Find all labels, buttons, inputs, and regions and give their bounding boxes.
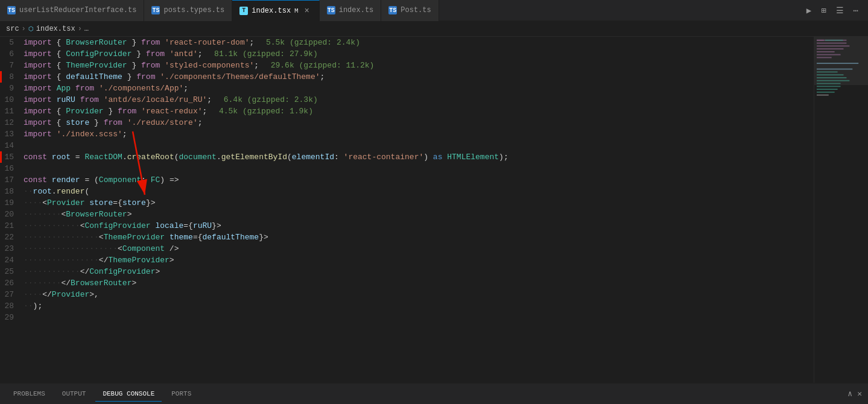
tab-close-button[interactable]: × bbox=[302, 6, 312, 16]
line-content: ············</ConfigProvider> bbox=[24, 266, 804, 277]
line-content: import App from './components/App'; bbox=[24, 83, 804, 94]
table-row: 13import './index.scss'; bbox=[0, 128, 804, 140]
line-content: import { ThemeProvider } from 'styled-co… bbox=[24, 60, 804, 71]
tab-post-ts[interactable]: TS Post.ts bbox=[381, 0, 439, 21]
svg-rect-9 bbox=[817, 54, 841, 55]
tab-label: userListReducerInterface.ts bbox=[19, 6, 136, 14]
line-content: ················<ThemeProvider theme={de… bbox=[24, 232, 804, 243]
line-number: 27 bbox=[2, 289, 24, 300]
table-row: 9import App from './components/App'; bbox=[0, 83, 804, 94]
line-content: const root = ReactDOM.createRoot(documen… bbox=[24, 151, 804, 163]
minimap[interactable] bbox=[814, 37, 868, 383]
minimap-content bbox=[814, 37, 868, 383]
line-content: ····················<Component /> bbox=[24, 243, 804, 254]
layout-button[interactable]: ☰ bbox=[834, 4, 846, 17]
line-content bbox=[24, 163, 804, 174]
panel-close-button[interactable]: ✕ bbox=[857, 389, 862, 399]
panel-tabs: PROBLEMS OUTPUT DEBUG CONSOLE PORTS ∧ ✕ bbox=[0, 383, 868, 404]
line-number: 6 bbox=[2, 48, 24, 60]
svg-rect-12 bbox=[817, 69, 852, 70]
tab-actions: ▶ ⊞ ☰ ⋯ bbox=[797, 4, 868, 17]
ts-icon: TS bbox=[327, 6, 335, 14]
svg-rect-20 bbox=[817, 92, 835, 93]
line-number: 19 bbox=[2, 197, 24, 209]
svg-rect-4 bbox=[825, 40, 843, 41]
panel-tab-problems[interactable]: PROBLEMS bbox=[6, 387, 52, 402]
table-row: 7import { ThemeProvider } from 'styled-c… bbox=[0, 60, 804, 71]
breadcrumb-sep2: › bbox=[78, 25, 82, 33]
svg-rect-7 bbox=[817, 48, 844, 49]
tab-index-tsx[interactable]: T index.tsx M × bbox=[232, 0, 319, 21]
line-number: 16 bbox=[2, 163, 24, 174]
line-content: ··); bbox=[24, 300, 804, 312]
line-content: ····</Provider>, bbox=[24, 289, 804, 300]
tsx-icon: T bbox=[239, 7, 248, 15]
line-number: 29 bbox=[2, 312, 24, 323]
panel-tab-debug-console[interactable]: DEBUG CONSOLE bbox=[95, 387, 162, 402]
line-content: ··root.render( bbox=[24, 186, 804, 197]
line-number: 13 bbox=[2, 128, 24, 140]
line-number: 23 bbox=[2, 243, 24, 254]
table-row: 19····<Provider store={store}> bbox=[0, 197, 804, 209]
line-number: 9 bbox=[2, 83, 24, 94]
svg-rect-15 bbox=[817, 77, 846, 78]
line-content: ············<ConfigProvider locale={ruRU… bbox=[24, 220, 804, 232]
tab-userListReducerInterface[interactable]: TS userListReducerInterface.ts bbox=[0, 0, 144, 21]
line-number: 24 bbox=[2, 254, 24, 266]
svg-rect-11 bbox=[817, 63, 858, 64]
line-content bbox=[24, 140, 804, 151]
ts-icon: TS bbox=[7, 6, 16, 14]
panel-tab-ports[interactable]: PORTS bbox=[164, 387, 198, 402]
breadcrumb-src: src bbox=[6, 25, 19, 33]
more-button[interactable]: ⋯ bbox=[851, 4, 861, 17]
table-row: 8import { defaultTheme } from './compone… bbox=[0, 71, 804, 83]
line-number: 22 bbox=[2, 232, 24, 243]
table-row: 22················<ThemeProvider theme={… bbox=[0, 232, 804, 243]
split-editor-button[interactable]: ⊞ bbox=[819, 4, 828, 17]
code-container: 5import { BrowserRouter } from 'react-ro… bbox=[0, 37, 868, 383]
table-row: 15const root = ReactDOM.createRoot(docum… bbox=[0, 151, 804, 163]
table-row: 29 bbox=[0, 312, 804, 323]
tab-posts-types[interactable]: TS posts.types.ts bbox=[144, 0, 232, 21]
line-number: 7 bbox=[2, 60, 24, 71]
ts-icon: TS bbox=[388, 6, 397, 14]
panel-chevron-up[interactable]: ∧ bbox=[847, 389, 852, 399]
line-number: 5 bbox=[2, 37, 24, 48]
table-row: 17const render = (Component: FC) => bbox=[0, 174, 804, 186]
ts-icon: TS bbox=[151, 6, 160, 14]
line-number: 26 bbox=[2, 277, 24, 289]
breadcrumb-ellipsis: … bbox=[84, 25, 89, 33]
breadcrumb-sep: › bbox=[22, 25, 26, 33]
table-row: 16 bbox=[0, 163, 804, 174]
svg-rect-19 bbox=[817, 89, 838, 90]
tab-bar: TS userListReducerInterface.ts TS posts.… bbox=[0, 0, 868, 21]
code-editor[interactable]: 5import { BrowserRouter } from 'react-ro… bbox=[0, 37, 814, 383]
line-content: import { defaultTheme } from './componen… bbox=[24, 71, 804, 83]
panel-tab-actions: ∧ ✕ bbox=[847, 389, 862, 399]
table-row: 26········</BrowserRouter> bbox=[0, 277, 804, 289]
table-row: 5import { BrowserRouter } from 'react-ro… bbox=[0, 37, 804, 48]
tab-label: Post.ts bbox=[401, 6, 431, 14]
line-number: 17 bbox=[2, 174, 24, 186]
svg-rect-8 bbox=[817, 51, 835, 52]
table-row: 20········<BrowserRouter> bbox=[0, 209, 804, 220]
run-button[interactable]: ▶ bbox=[804, 4, 814, 17]
breadcrumb: src › ⬡ index.tsx › … bbox=[0, 21, 868, 37]
svg-rect-17 bbox=[817, 83, 841, 84]
table-row: 18··root.render( bbox=[0, 186, 804, 197]
line-number: 20 bbox=[2, 209, 24, 220]
line-content: const render = (Component: FC) => bbox=[24, 174, 804, 186]
line-content: import './index.scss'; bbox=[24, 128, 804, 140]
line-number: 28 bbox=[2, 300, 24, 312]
svg-rect-21 bbox=[817, 95, 829, 96]
panel-tab-output[interactable]: OUTPUT bbox=[55, 387, 93, 402]
line-content: ········<BrowserRouter> bbox=[24, 209, 804, 220]
table-row: 11import { Provider } from 'react-redux'… bbox=[0, 106, 804, 117]
table-row: 24················</ThemeProvider> bbox=[0, 254, 804, 266]
tab-index-ts[interactable]: TS index.ts bbox=[320, 0, 382, 21]
tab-label: posts.types.ts bbox=[163, 6, 224, 14]
line-content: import ruRU from 'antd/es/locale/ru_RU';… bbox=[24, 94, 804, 106]
line-number: 10 bbox=[2, 94, 24, 106]
line-number: 8 bbox=[2, 71, 24, 83]
line-number: 15 bbox=[2, 151, 24, 163]
